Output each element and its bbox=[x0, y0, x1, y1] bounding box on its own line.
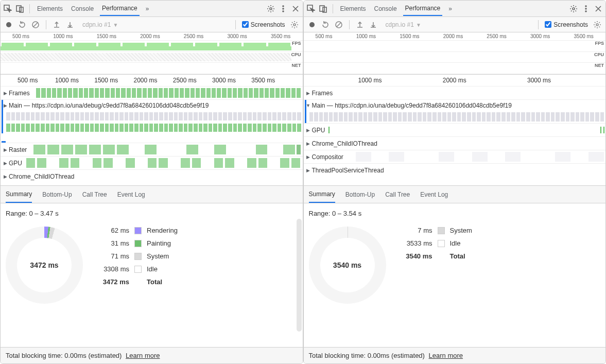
overview-ticks: 500 ms1000 ms1500 ms2000 ms2500 ms3000 m… bbox=[1, 32, 303, 41]
row-main-bars1 bbox=[1, 111, 303, 122]
inspect-icon[interactable] bbox=[307, 5, 315, 13]
row-threadpool[interactable]: ▶ThreadPoolServiceThread bbox=[304, 163, 606, 177]
scrollbar[interactable] bbox=[297, 219, 302, 332]
svg-point-5 bbox=[283, 8, 284, 9]
row-main-bars2 bbox=[1, 122, 303, 133]
kebab-icon[interactable] bbox=[279, 5, 287, 13]
row-gpu[interactable]: ▶GPU bbox=[1, 156, 303, 169]
tab-elements[interactable]: Elements bbox=[35, 2, 65, 15]
overview-net: NET bbox=[1, 63, 303, 74]
legend-total: 3540 msTotal bbox=[399, 252, 472, 260]
tab-console[interactable]: Console bbox=[372, 2, 399, 15]
tab-more[interactable]: » bbox=[144, 2, 151, 15]
range-text: Range: 0 – 3.47 s bbox=[6, 210, 298, 217]
gear-icon[interactable] bbox=[593, 21, 601, 29]
upload-icon[interactable] bbox=[356, 21, 364, 29]
gear-icon[interactable] bbox=[569, 5, 578, 13]
row-frames[interactable]: ▶Frames bbox=[1, 86, 303, 99]
overview-fps: FPS bbox=[304, 41, 606, 52]
overview-timeline[interactable]: 500 ms1000 ms1500 ms2000 ms2500 ms3000 m… bbox=[1, 32, 303, 75]
screenshots-checkbox[interactable]: Screenshots bbox=[242, 21, 285, 28]
legend-item: 62 msRendering bbox=[95, 227, 178, 234]
legend-item: 31 msPainting bbox=[95, 239, 178, 247]
upload-icon[interactable] bbox=[53, 21, 61, 29]
clear-icon[interactable] bbox=[335, 21, 343, 29]
device-icon[interactable] bbox=[16, 5, 24, 13]
inspect-icon[interactable] bbox=[4, 5, 12, 13]
row-childio[interactable]: ▶Chrome_ChildIOThread bbox=[304, 136, 606, 150]
tab-console[interactable]: Console bbox=[69, 2, 96, 15]
summary-body: Range: 0 – 3.47 s 3472 ms 62 msRendering… bbox=[1, 203, 303, 347]
tab-more[interactable]: » bbox=[446, 2, 454, 15]
legend-item: 71 msSystem bbox=[95, 252, 178, 260]
device-icon[interactable] bbox=[319, 5, 327, 13]
svg-rect-11 bbox=[320, 6, 324, 11]
row-gpu[interactable]: ▶GPU bbox=[304, 123, 606, 136]
svg-point-3 bbox=[270, 8, 272, 10]
tab-performance[interactable]: Performance bbox=[403, 2, 443, 16]
overview-timeline[interactable]: 500 ms1000 ms1500 ms2000 ms2500 ms3000 m… bbox=[304, 32, 606, 75]
tab-summary[interactable]: Summary bbox=[309, 186, 335, 203]
tab-call-tree[interactable]: Call Tree bbox=[385, 187, 410, 202]
summary-donut: 3472 ms bbox=[6, 227, 83, 304]
svg-point-16 bbox=[585, 11, 586, 12]
learn-more-link[interactable]: Learn more bbox=[429, 352, 463, 359]
recording-url[interactable]: cdpn.io #1▼ bbox=[386, 21, 532, 28]
svg-point-13 bbox=[573, 8, 575, 10]
summary-legend: 62 msRendering31 msPainting71 msSystem33… bbox=[95, 227, 178, 286]
row-childio[interactable]: ▶Chrome_ChildIOThread bbox=[1, 169, 303, 183]
row-frames[interactable]: ▶Frames bbox=[304, 86, 606, 99]
reload-icon[interactable] bbox=[18, 21, 26, 29]
summary-body: Range: 0 – 3.54 s 3540 ms 7 msSystem3533… bbox=[304, 203, 606, 347]
close-icon[interactable] bbox=[594, 5, 602, 13]
clear-icon[interactable] bbox=[31, 21, 40, 29]
tab-summary[interactable]: Summary bbox=[6, 186, 32, 203]
record-icon[interactable] bbox=[308, 21, 316, 29]
perf-toolbar: cdpn.io #1▼ Screenshots bbox=[1, 17, 303, 32]
devtools-panel-left: Elements Console Performance » cdpn.io #… bbox=[0, 0, 303, 364]
close-icon[interactable] bbox=[291, 5, 300, 13]
tab-elements[interactable]: Elements bbox=[338, 2, 368, 15]
gear-icon[interactable] bbox=[267, 5, 275, 13]
row-raster[interactable]: ▶Raster bbox=[1, 143, 303, 156]
overview-cpu: CPU bbox=[304, 52, 606, 63]
summary-donut: 3540 ms bbox=[309, 227, 386, 304]
overview-fps: FPS bbox=[1, 41, 303, 52]
download-icon[interactable] bbox=[66, 21, 74, 29]
tab-bottom-up[interactable]: Bottom-Up bbox=[345, 187, 375, 202]
tab-bottom-up[interactable]: Bottom-Up bbox=[42, 187, 72, 202]
footer: Total blocking time: 0.00ms (estimated) … bbox=[304, 347, 606, 363]
row-compositor[interactable]: ▶Compositor bbox=[304, 150, 606, 163]
summary-legend: 7 msSystem3533 msIdle3540 msTotal bbox=[399, 227, 472, 260]
flame-chart[interactable]: 1000 ms2000 ms3000 ms ▶Frames ▼Main — ht… bbox=[304, 75, 606, 186]
recording-url[interactable]: cdpn.io #1▼ bbox=[82, 21, 229, 28]
screenshots-checkbox[interactable]: Screenshots bbox=[545, 21, 588, 28]
download-icon[interactable] bbox=[369, 21, 377, 29]
detail-ticks: 1000 ms2000 ms3000 ms bbox=[304, 75, 606, 86]
record-icon[interactable] bbox=[5, 21, 13, 29]
svg-point-15 bbox=[585, 8, 586, 9]
svg-point-4 bbox=[283, 6, 284, 7]
perf-toolbar: cdpn.io #1▼ Screenshots bbox=[304, 17, 606, 32]
devtools-panel-right: Elements Console Performance » cdpn.io #… bbox=[303, 0, 607, 364]
svg-point-6 bbox=[283, 11, 284, 12]
overview-ticks: 500 ms1000 ms1500 ms2000 ms2500 ms3000 m… bbox=[304, 32, 606, 41]
svg-point-9 bbox=[293, 24, 296, 26]
row-main-bars bbox=[304, 111, 606, 123]
learn-more-link[interactable]: Learn more bbox=[126, 352, 160, 359]
kebab-icon[interactable] bbox=[582, 5, 590, 13]
reload-icon[interactable] bbox=[321, 21, 330, 29]
svg-point-17 bbox=[309, 22, 315, 27]
row-main[interactable]: ▶Main — https://cdpn.io/una/debug/c9edd7… bbox=[1, 99, 303, 111]
flame-chart[interactable]: 500 ms1000 ms1500 ms2000 ms2500 ms3000 m… bbox=[1, 75, 303, 186]
overview-cpu: CPU bbox=[1, 52, 303, 63]
svg-point-7 bbox=[6, 22, 11, 27]
summary-tabs: Summary Bottom-Up Call Tree Event Log bbox=[304, 186, 606, 203]
tab-event-log[interactable]: Event Log bbox=[117, 187, 145, 202]
row-main[interactable]: ▼Main — https://cdpn.io/una/debug/c9edd7… bbox=[304, 99, 606, 111]
tab-event-log[interactable]: Event Log bbox=[420, 187, 448, 202]
tab-performance[interactable]: Performance bbox=[100, 2, 140, 16]
legend-item: 3533 msIdle bbox=[399, 239, 472, 247]
tab-call-tree[interactable]: Call Tree bbox=[82, 187, 107, 202]
gear-icon[interactable] bbox=[290, 21, 299, 29]
